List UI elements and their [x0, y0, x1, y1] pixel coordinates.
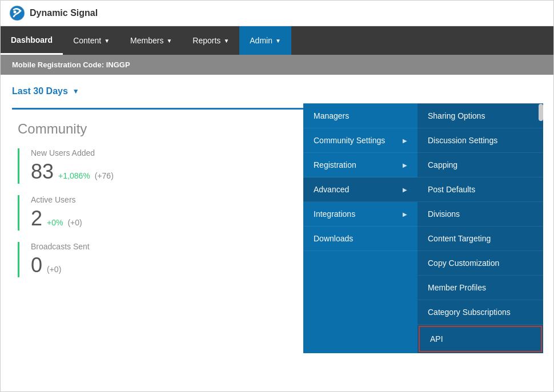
registration-arrow: ▶ [403, 162, 407, 168]
stat-active-users-content: Active Users 2 +0% (+0) [28, 195, 82, 231]
admin-submenu-content-targeting[interactable]: Content Targeting [417, 227, 543, 251]
scrollbar[interactable] [539, 104, 543, 121]
app-container: Dynamic Signal Dashboard Content ▼ Membe… [0, 0, 554, 392]
admin-menu-community-settings[interactable]: Community Settings ▶ [303, 128, 417, 153]
admin-dropdown-secondary: Sharing Options Discussion Settings Capp… [417, 103, 543, 353]
admin-menu-registration[interactable]: Registration ▶ [303, 153, 417, 177]
advanced-arrow: ▶ [403, 187, 407, 193]
svg-point-1 [14, 11, 17, 14]
stat-broadcasts-number: 0 [31, 253, 42, 277]
date-arrow-icon: ▼ [73, 87, 79, 95]
members-arrow: ▼ [166, 38, 172, 44]
admin-menu-managers[interactable]: Managers [303, 104, 417, 128]
integrations-arrow: ▶ [403, 211, 407, 217]
admin-submenu-discussion-settings[interactable]: Discussion Settings [417, 128, 543, 153]
top-header: Dynamic Signal [1, 1, 553, 26]
stat-new-users-row: 83 +1,086% (+76) [31, 160, 114, 184]
admin-submenu-member-profiles[interactable]: Member Profiles [417, 276, 543, 300]
reg-code-text: Mobile Registration Code: INGGP [12, 60, 130, 69]
admin-menu-advanced[interactable]: Advanced ▶ [303, 177, 417, 202]
nav-item-members[interactable]: Members ▼ [120, 26, 182, 55]
main-content: Last 30 Days ▼ Community New Users Added… [1, 75, 553, 391]
stat-broadcasts-content: Broadcasts Sent 0 (+0) [28, 242, 90, 277]
stat-broadcasts-row: 0 (+0) [31, 253, 90, 277]
stat-active-users-row: 2 +0% (+0) [31, 207, 82, 231]
content-arrow: ▼ [104, 38, 110, 44]
admin-submenu-copy-customization[interactable]: Copy Customization [417, 251, 543, 276]
stat-active-users-extra: (+0) [67, 218, 82, 227]
reports-arrow: ▼ [223, 38, 229, 44]
admin-menu-integrations[interactable]: Integrations ▶ [303, 202, 417, 227]
stat-active-users-label: Active Users [31, 195, 82, 204]
date-selector[interactable]: Last 30 Days ▼ [12, 86, 542, 96]
date-label: Last 30 Days [12, 86, 68, 96]
stat-broadcasts-label: Broadcasts Sent [31, 242, 90, 251]
nav-bar: Dashboard Content ▼ Members ▼ Reports ▼ … [1, 26, 553, 55]
admin-arrow: ▼ [275, 38, 281, 44]
admin-submenu-api[interactable]: API [419, 326, 542, 352]
reg-code-bar: Mobile Registration Code: INGGP [1, 55, 553, 75]
admin-submenu-divisions[interactable]: Divisions [417, 202, 543, 227]
admin-submenu-capping[interactable]: Capping [417, 153, 543, 177]
community-settings-arrow: ▶ [403, 138, 407, 144]
admin-dropdown-primary: Managers Community Settings ▶ Registrati… [303, 103, 417, 353]
admin-submenu-category-subscriptions[interactable]: Category Subscriptions [417, 300, 543, 325]
stat-active-users-change: +0% [47, 218, 63, 227]
stat-active-users-number: 2 [31, 207, 42, 231]
nav-item-dashboard[interactable]: Dashboard [1, 26, 63, 55]
logo-text: Dynamic Signal [30, 8, 98, 18]
stat-new-users-change: +1,086% [58, 171, 90, 180]
admin-submenu-post-defaults[interactable]: Post Defaults [417, 177, 543, 202]
admin-submenu-sharing-options[interactable]: Sharing Options [417, 104, 543, 128]
logo-area: Dynamic Signal [9, 5, 98, 21]
admin-dropdown: Managers Community Settings ▶ Registrati… [303, 103, 543, 353]
stat-new-users-label: New Users Added [31, 148, 114, 157]
nav-item-admin[interactable]: Admin ▼ [239, 26, 291, 55]
nav-item-content[interactable]: Content ▼ [63, 26, 120, 55]
logo-icon [9, 5, 25, 21]
stat-new-users-content: New Users Added 83 +1,086% (+76) [28, 148, 114, 184]
stat-broadcasts-extra: (+0) [47, 265, 61, 274]
stat-new-users-number: 83 [31, 160, 54, 184]
admin-menu-downloads[interactable]: Downloads [303, 227, 417, 251]
nav-item-reports[interactable]: Reports ▼ [182, 26, 239, 55]
stat-new-users-extra: (+76) [95, 171, 114, 180]
